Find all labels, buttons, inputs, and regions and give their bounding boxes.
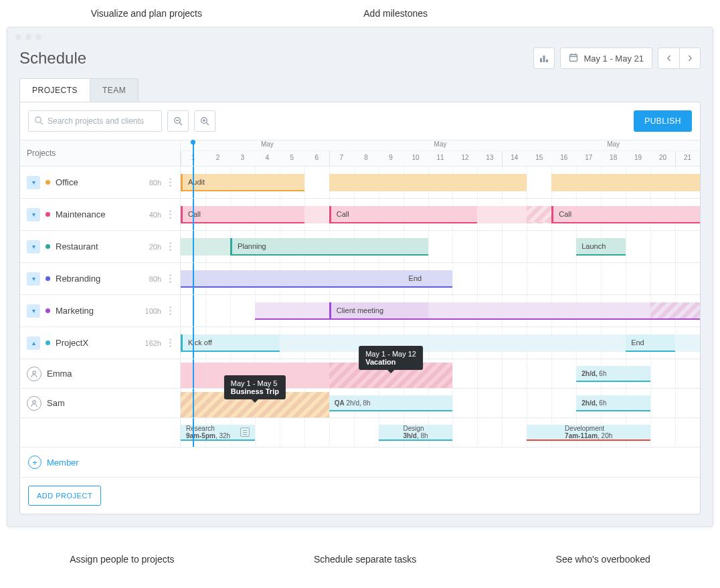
- drag-handle-icon[interactable]: [167, 178, 173, 187]
- project-bar[interactable]: Call: [329, 206, 478, 223]
- project-row-restaurant: ▾ Restaurant 20h PlanningLaunch: [20, 231, 700, 263]
- svg-point-7: [33, 371, 35, 373]
- collapse-toggle[interactable]: ▴: [27, 336, 40, 350]
- drag-handle-icon[interactable]: [167, 242, 173, 251]
- task-allocation[interactable]: Design3h/d, 8h: [379, 425, 453, 441]
- svg-point-8: [33, 400, 35, 403]
- project-bar-bg[interactable]: [181, 270, 428, 288]
- project-hours: 20h: [149, 243, 161, 251]
- collapse-toggle[interactable]: ▾: [27, 240, 40, 254]
- drag-handle-icon[interactable]: [167, 274, 173, 283]
- column-header-projects: Projects: [20, 140, 181, 166]
- project-bar[interactable]: Audit: [181, 174, 304, 191]
- annotation-milestones: Add milestones: [363, 8, 428, 19]
- add-member-button[interactable]: + Member: [20, 448, 87, 477]
- project-name[interactable]: ProjectX: [56, 338, 140, 348]
- svg-rect-1: [543, 56, 545, 62]
- publish-button[interactable]: PUBLISH: [634, 110, 692, 132]
- task-allocation[interactable]: Research9am-5pm, 32h: [181, 425, 255, 441]
- plus-icon: +: [28, 456, 41, 469]
- member-name[interactable]: Emma: [47, 369, 173, 379]
- day-label: 15: [535, 154, 543, 161]
- project-bar-bg[interactable]: [255, 302, 700, 320]
- milestone[interactable]: End: [403, 270, 453, 288]
- search-input-wrap[interactable]: [28, 110, 162, 132]
- svg-point-4: [35, 116, 41, 122]
- project-bar[interactable]: Kick off: [181, 334, 280, 352]
- project-name[interactable]: Office: [56, 177, 144, 187]
- project-row-rebranding: ▾ Rebranding 80h End: [20, 263, 700, 295]
- member-name[interactable]: Sam: [47, 398, 173, 408]
- svg-rect-3: [570, 54, 577, 61]
- project-hours: 40h: [149, 211, 161, 219]
- project-name[interactable]: Maintenance: [56, 209, 144, 219]
- task-row: Research9am-5pm, 32hDesign3h/d, 8hDevelo…: [20, 418, 700, 448]
- window-controls: [15, 34, 41, 40]
- day-label: 20: [659, 154, 666, 161]
- next-range-button[interactable]: [679, 47, 701, 69]
- collapse-toggle[interactable]: ▾: [27, 304, 40, 318]
- project-bar-hatched: [650, 302, 700, 320]
- day-label: 13: [486, 154, 493, 161]
- task-allocation[interactable]: Development7am-11am, 20h: [527, 425, 650, 441]
- milestone[interactable]: Launch: [576, 238, 626, 256]
- project-bar-bg[interactable]: [650, 174, 700, 191]
- allocation[interactable]: QA 2h/d, 8h: [329, 395, 453, 411]
- project-dot: [46, 308, 50, 313]
- tooltip: May 1 - May 5Business Trip: [224, 375, 286, 399]
- prev-range-button[interactable]: [658, 47, 679, 69]
- day-label: 9: [389, 154, 393, 161]
- day-label: 18: [610, 154, 617, 161]
- month-label: May: [607, 140, 620, 148]
- tab-projects[interactable]: PROJECTS: [19, 78, 90, 102]
- collapse-toggle[interactable]: ▾: [27, 176, 40, 189]
- project-dot: [46, 244, 50, 249]
- svg-rect-0: [540, 58, 542, 62]
- project-hours: 80h: [149, 179, 161, 187]
- drag-handle-icon[interactable]: [167, 306, 173, 315]
- project-name[interactable]: Restaurant: [56, 241, 144, 252]
- tab-team[interactable]: TEAM: [90, 78, 139, 102]
- allocation[interactable]: 2h/d, 6h: [576, 395, 650, 411]
- month-label: May: [434, 140, 447, 148]
- collapse-toggle[interactable]: ▾: [27, 208, 40, 221]
- project-bar[interactable]: Planning: [230, 238, 428, 256]
- annotation-visualize: Visualize and plan projects: [91, 8, 202, 19]
- drag-handle-icon[interactable]: [167, 210, 173, 219]
- allocation[interactable]: 2h/d, 6h: [576, 366, 650, 382]
- day-label: 19: [634, 154, 642, 161]
- tooltip: May 1 - May 12Vacation: [359, 346, 423, 370]
- project-dot: [46, 180, 50, 185]
- stats-button[interactable]: [533, 47, 555, 69]
- drag-handle-icon[interactable]: [167, 338, 173, 347]
- annotation-overbooked: See who's overbooked: [556, 554, 650, 565]
- project-bar[interactable]: Client meeting: [329, 302, 428, 320]
- project-bar[interactable]: Call: [181, 206, 304, 223]
- zoom-out-button[interactable]: [167, 110, 189, 132]
- project-name[interactable]: Rebranding: [56, 274, 144, 284]
- milestone[interactable]: End: [626, 334, 675, 352]
- day-label: 7: [339, 154, 343, 161]
- search-icon: [34, 116, 43, 127]
- avatar-icon: [27, 396, 41, 411]
- app-window: Schedule May 1 - May 21 PROJECTS TEAM: [7, 27, 713, 527]
- note-icon[interactable]: [240, 427, 250, 437]
- zoom-in-button[interactable]: [194, 110, 215, 132]
- project-name[interactable]: Marketing: [56, 306, 140, 316]
- project-bar-bg[interactable]: [551, 174, 650, 191]
- project-row-marketing: ▾ Marketing 100h Client meeting: [20, 295, 700, 327]
- day-label: 3: [241, 154, 245, 161]
- day-label: 5: [290, 154, 294, 161]
- project-dot: [46, 212, 50, 217]
- date-range-picker[interactable]: May 1 - May 21: [560, 47, 652, 69]
- day-label: 10: [412, 154, 419, 161]
- project-bar[interactable]: Call: [551, 206, 700, 223]
- svg-rect-2: [546, 60, 548, 62]
- project-bar-bg[interactable]: [329, 174, 527, 191]
- annotation-tasks: Schedule separate tasks: [314, 554, 416, 565]
- day-label: 14: [511, 154, 518, 161]
- collapse-toggle[interactable]: ▾: [27, 272, 40, 286]
- add-project-button[interactable]: ADD PROJECT: [28, 486, 101, 506]
- add-member-label: Member: [47, 458, 79, 468]
- search-input[interactable]: [48, 116, 156, 126]
